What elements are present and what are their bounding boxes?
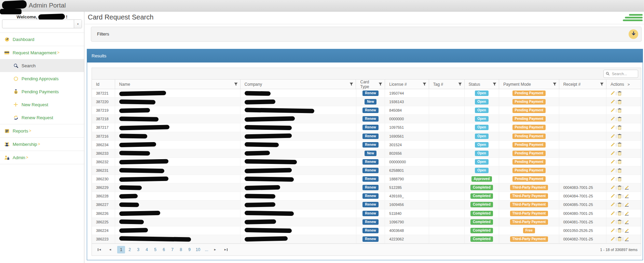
copy-document-icon[interactable]	[618, 220, 621, 224]
table-row[interactable]: 386230Renew1888790ApprovedPending Paymen…	[92, 175, 641, 183]
edit-icon[interactable]	[611, 203, 615, 207]
table-row[interactable]: 386227Renew1609456CompletedThird-Party P…	[92, 200, 641, 209]
sidebar-item-membership[interactable]: Membership>	[0, 137, 84, 151]
next-page-button[interactable]: ▶	[211, 246, 219, 253]
copy-document-icon[interactable]	[618, 91, 621, 96]
table-row[interactable]: 386234Renew301524OpenPending Payment|	[92, 141, 641, 149]
sign-receipt-icon[interactable]	[625, 203, 629, 207]
column-header-license-[interactable]: License #	[385, 80, 429, 89]
copy-document-icon[interactable]	[618, 134, 621, 138]
edit-icon[interactable]	[611, 91, 615, 95]
combobox-dropdown-button[interactable]: ▾	[74, 20, 82, 28]
edit-icon[interactable]	[611, 100, 615, 104]
copy-document-icon[interactable]	[618, 185, 621, 190]
edit-icon[interactable]	[611, 108, 615, 112]
copy-document-icon[interactable]	[618, 160, 621, 164]
column-header-payment-mode[interactable]: Payment Mode	[499, 80, 559, 89]
actions-expand-icon[interactable]: >	[628, 82, 630, 86]
table-row[interactable]: 387220New1936143OpenPending Payment|	[92, 98, 641, 106]
copy-document-icon[interactable]	[618, 228, 621, 233]
copy-document-icon[interactable]	[618, 203, 621, 207]
filter-funnel-icon[interactable]	[553, 82, 557, 86]
grid-search-input[interactable]	[611, 71, 636, 76]
copy-document-icon[interactable]	[618, 142, 621, 147]
edit-icon[interactable]	[611, 211, 615, 216]
table-row[interactable]: 387219Renew845084OpenPending Payment|	[92, 106, 641, 115]
sidebar-item-pending-approvals[interactable]: Pending Approvals	[0, 72, 84, 85]
edit-icon[interactable]	[611, 125, 615, 129]
last-page-button[interactable]: ▶	[222, 246, 230, 253]
page-button-10[interactable]: 10	[194, 246, 202, 253]
sidebar-item-admin[interactable]: Admin>	[0, 151, 84, 164]
page-button-9[interactable]: 9	[186, 246, 193, 253]
copy-document-icon[interactable]	[618, 100, 621, 104]
copy-document-icon[interactable]	[618, 177, 621, 181]
edit-icon[interactable]	[611, 237, 615, 241]
collapse-filters-button[interactable]	[629, 29, 638, 39]
column-header-name[interactable]: Name	[115, 80, 241, 89]
table-row[interactable]: 387216Renew1690561OpenPending Payment|	[92, 132, 641, 141]
page-button-5[interactable]: 5	[151, 246, 159, 253]
column-header-id[interactable]: Id	[92, 80, 115, 89]
copy-document-icon[interactable]	[618, 151, 621, 155]
copy-document-icon[interactable]	[618, 125, 621, 130]
sidebar-item-dashboard[interactable]: Dashboard	[0, 32, 84, 46]
sidebar-item-reports[interactable]: Reports>	[0, 124, 84, 137]
table-row[interactable]: 386229Renew512285CompletedThird-Party Pa…	[92, 183, 641, 192]
grid-search-box[interactable]	[603, 70, 638, 78]
page-button-8[interactable]: 8	[177, 246, 185, 253]
edit-icon[interactable]	[611, 168, 615, 172]
table-row[interactable]: 387217Renew1097551OpenPending Payment|	[92, 123, 641, 132]
table-row[interactable]: 387221Renew1950744OpenPending Payment|	[92, 89, 641, 98]
column-header-actions[interactable]: Actions>	[606, 80, 641, 89]
sidebar-item-new-request[interactable]: New Request	[0, 98, 84, 111]
column-header-receipt-[interactable]: Receipt #	[559, 80, 607, 89]
column-header-company[interactable]: Company	[241, 80, 356, 89]
edit-icon[interactable]	[611, 194, 615, 198]
copy-document-icon[interactable]	[618, 168, 621, 173]
sidebar-item-request-management[interactable]: Request Management>	[0, 46, 84, 59]
page-button-4[interactable]: 4	[143, 246, 151, 253]
table-row[interactable]: 386228Renew439169_CompletedThird-Party P…	[92, 192, 641, 200]
column-header-status[interactable]: Status	[465, 80, 499, 89]
table-row[interactable]: 386226Renew511840CompletedThird-Party Pa…	[92, 209, 641, 218]
filter-funnel-icon[interactable]	[458, 82, 462, 86]
sidebar-item-renew-request[interactable]: Renew Request	[0, 111, 84, 124]
copy-document-icon[interactable]	[618, 237, 621, 241]
sign-receipt-icon[interactable]	[625, 237, 629, 241]
table-row[interactable]: 387218Renew0000000OpenPending Payment|	[92, 115, 641, 123]
filter-funnel-icon[interactable]	[379, 82, 382, 86]
first-page-button[interactable]: ◀	[95, 246, 103, 253]
page-ellipsis-button[interactable]: ...	[203, 246, 210, 253]
sign-receipt-icon[interactable]	[625, 220, 629, 224]
edit-icon[interactable]	[611, 160, 615, 164]
page-button-7[interactable]: 7	[168, 246, 176, 253]
sign-receipt-icon[interactable]	[625, 229, 629, 233]
sidebar-item-pending-payments[interactable]: $Pending Payments	[0, 85, 84, 98]
filter-funnel-icon[interactable]	[493, 82, 496, 86]
table-row[interactable]: 386224Renew4003648CompletedFree0001050-2…	[92, 226, 641, 235]
edit-icon[interactable]	[611, 229, 615, 233]
table-row[interactable]: 386223Renew4223062CompletedThird-Party P…	[92, 235, 641, 244]
page-button-1[interactable]: 1	[117, 246, 125, 253]
sidebar-combobox[interactable]: ▾	[2, 19, 82, 28]
sign-receipt-icon[interactable]	[625, 194, 629, 198]
table-row[interactable]: 386233New802656OpenPending Payment|	[92, 149, 641, 158]
filters-panel-header[interactable]: Filters	[91, 27, 642, 42]
table-row[interactable]: 386232Renew00000000OpenPending Payment|	[92, 158, 641, 166]
copy-document-icon[interactable]	[618, 117, 621, 121]
copy-document-icon[interactable]	[618, 194, 621, 198]
page-button-3[interactable]: 3	[134, 246, 142, 253]
page-button-6[interactable]: 6	[160, 246, 168, 253]
edit-icon[interactable]	[611, 177, 615, 181]
sidebar-item-search[interactable]: Search	[0, 59, 84, 72]
table-row[interactable]: 386231Renew6258801OpenPending Payment|	[92, 166, 641, 175]
previous-page-button[interactable]: ◀	[106, 246, 114, 253]
edit-icon[interactable]	[611, 220, 615, 224]
filter-funnel-icon[interactable]	[600, 82, 604, 86]
edit-icon[interactable]	[611, 185, 615, 190]
filter-funnel-icon[interactable]	[234, 82, 238, 86]
filter-funnel-icon[interactable]	[350, 82, 353, 86]
copy-document-icon[interactable]	[618, 108, 621, 113]
column-header-tag-[interactable]: Tag #	[429, 80, 465, 89]
